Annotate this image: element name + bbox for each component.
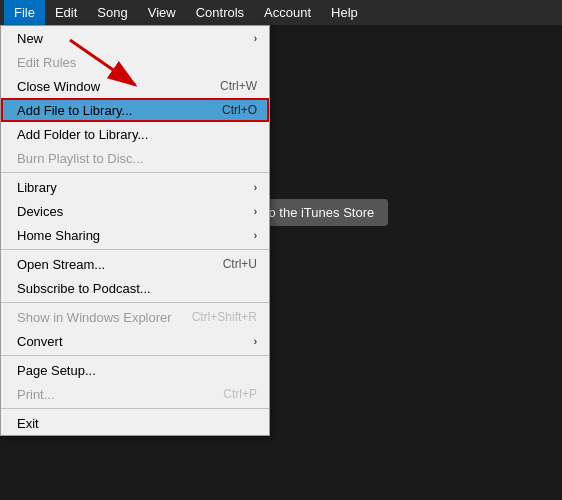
menu-item-subscribe-podcast[interactable]: Subscribe to Podcast... xyxy=(1,276,269,300)
menu-item-convert-arrow: › xyxy=(254,336,257,347)
menubar-view[interactable]: View xyxy=(138,0,186,25)
menu-item-open-stream[interactable]: Open Stream... Ctrl+U xyxy=(1,252,269,276)
menu-item-print[interactable]: Print... Ctrl+P xyxy=(1,382,269,406)
menubar-song[interactable]: Song xyxy=(87,0,137,25)
menubar: File Edit Song View Controls Account Hel… xyxy=(0,0,562,25)
menubar-file[interactable]: File xyxy=(4,0,45,25)
menu-item-convert[interactable]: Convert › xyxy=(1,329,269,353)
menu-item-new-label: New xyxy=(17,31,246,46)
menu-item-add-file-shortcut: Ctrl+O xyxy=(222,103,257,117)
menu-item-edit-rules-label: Edit Rules xyxy=(17,55,257,70)
menu-item-add-file-label: Add File to Library... xyxy=(17,103,202,118)
separator-3 xyxy=(1,302,269,303)
menubar-edit[interactable]: Edit xyxy=(45,0,87,25)
menu-item-library[interactable]: Library › xyxy=(1,175,269,199)
menu-item-exit[interactable]: Exit xyxy=(1,411,269,435)
menu-item-print-shortcut: Ctrl+P xyxy=(223,387,257,401)
menu-item-home-sharing[interactable]: Home Sharing › xyxy=(1,223,269,247)
separator-1 xyxy=(1,172,269,173)
menu-item-page-setup[interactable]: Page Setup... xyxy=(1,358,269,382)
separator-5 xyxy=(1,408,269,409)
menu-item-devices[interactable]: Devices › xyxy=(1,199,269,223)
menu-item-close-window[interactable]: Close Window Ctrl+W xyxy=(1,74,269,98)
menu-item-convert-label: Convert xyxy=(17,334,246,349)
menu-item-burn-playlist-label: Burn Playlist to Disc... xyxy=(17,151,257,166)
menubar-file-label: File xyxy=(14,5,35,20)
menubar-edit-label: Edit xyxy=(55,5,77,20)
menu-item-print-label: Print... xyxy=(17,387,203,402)
menu-item-home-sharing-label: Home Sharing xyxy=(17,228,246,243)
menu-item-library-label: Library xyxy=(17,180,246,195)
menu-item-burn-playlist[interactable]: Burn Playlist to Disc... xyxy=(1,146,269,170)
menubar-view-label: View xyxy=(148,5,176,20)
menubar-controls[interactable]: Controls xyxy=(186,0,254,25)
menu-item-subscribe-podcast-label: Subscribe to Podcast... xyxy=(17,281,257,296)
itunes-button-label: p to the iTunes Store xyxy=(254,205,374,220)
menubar-controls-label: Controls xyxy=(196,5,244,20)
menu-item-close-window-label: Close Window xyxy=(17,79,200,94)
separator-2 xyxy=(1,249,269,250)
menu-item-new[interactable]: New › xyxy=(1,26,269,50)
menu-item-page-setup-label: Page Setup... xyxy=(17,363,257,378)
menu-item-exit-label: Exit xyxy=(17,416,257,431)
menu-item-home-sharing-arrow: › xyxy=(254,230,257,241)
menu-item-show-explorer[interactable]: Show in Windows Explorer Ctrl+Shift+R xyxy=(1,305,269,329)
menu-item-devices-arrow: › xyxy=(254,206,257,217)
menu-item-show-explorer-label: Show in Windows Explorer xyxy=(17,310,172,325)
menu-item-new-arrow: › xyxy=(254,33,257,44)
menu-item-show-explorer-shortcut: Ctrl+Shift+R xyxy=(192,310,257,324)
file-dropdown-menu: New › Edit Rules Close Window Ctrl+W Add… xyxy=(0,25,270,436)
menubar-help-label: Help xyxy=(331,5,358,20)
menu-item-add-folder[interactable]: Add Folder to Library... xyxy=(1,122,269,146)
menu-item-open-stream-label: Open Stream... xyxy=(17,257,203,272)
menu-item-library-arrow: › xyxy=(254,182,257,193)
menu-item-add-folder-label: Add Folder to Library... xyxy=(17,127,257,142)
menu-item-edit-rules[interactable]: Edit Rules xyxy=(1,50,269,74)
menubar-account-label: Account xyxy=(264,5,311,20)
menubar-song-label: Song xyxy=(97,5,127,20)
menu-item-add-file[interactable]: Add File to Library... Ctrl+O xyxy=(1,98,269,122)
separator-4 xyxy=(1,355,269,356)
menubar-account[interactable]: Account xyxy=(254,0,321,25)
menu-item-close-window-shortcut: Ctrl+W xyxy=(220,79,257,93)
menubar-help[interactable]: Help xyxy=(321,0,368,25)
menu-item-open-stream-shortcut: Ctrl+U xyxy=(223,257,257,271)
menu-item-devices-label: Devices xyxy=(17,204,246,219)
